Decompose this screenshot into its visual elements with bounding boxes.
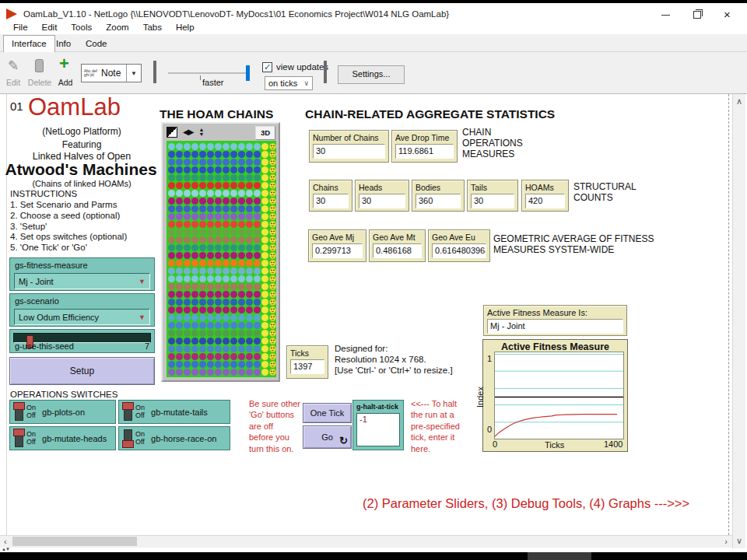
switch-gb-plots-on[interactable]: OnOff gb-plots-on [9,400,116,424]
one-tick-button[interactable]: One Tick [303,403,352,423]
menu-help[interactable]: Help [169,23,202,32]
toggle-track[interactable] [124,429,132,447]
g-halt-at-tick-input[interactable]: g-halt-at-tick -1 [352,400,404,450]
monitor-value: 420 [525,194,565,208]
smiley-face-icon [269,143,276,150]
settings-button[interactable]: Settings... [338,65,405,84]
input-value[interactable]: -1 [356,413,400,446]
3d-button[interactable]: 3D [255,126,275,140]
smiley-face-icon [269,221,276,228]
chooser-value: Mj - Joint [19,277,54,286]
scroll-up-icon[interactable]: ∧ [736,96,742,107]
chevron-down-icon: ▼ [139,278,146,285]
minimize-icon[interactable] [661,15,670,16]
monitor-value: 360 [416,194,461,208]
g-use-this-seed-slider: g-use-this-seed 7 [9,329,155,353]
monitor-value: 30 [313,144,385,159]
world-toolbar: ◀▶ ▲▼ [167,127,204,138]
restore-icon[interactable] [693,11,701,19]
designed-for-note: Designed for: Resolution 1024 x 768. [Us… [335,344,453,376]
go-button[interactable]: Go ↻ [303,425,352,449]
menu-file[interactable]: File [6,23,35,32]
smiley-face-icon [269,338,276,345]
world-view-frame: ◀▶ ▲▼ 3D [161,122,280,382]
toggle-knob[interactable] [122,402,134,410]
monitor-value: 1397 [290,359,324,374]
toggle-track[interactable] [15,429,23,447]
monitor-hoams: HOAMs 420 [521,180,569,212]
update-mode-select[interactable]: on ticks ∨ [265,76,313,90]
toggle-track[interactable] [15,403,23,421]
repeat-icon: ↻ [339,435,348,446]
monitor-value: 0.61648039680 [432,243,486,258]
speed-slider-thumb[interactable] [246,65,250,81]
view-updates-label: view updates [276,62,328,72]
toggle-track[interactable] [124,403,132,421]
toggle-knob[interactable] [13,402,25,410]
edit-pencil-icon[interactable]: ✎ [8,58,19,74]
switch-gb-mutate-heads[interactable]: OnOff gb-mutate-heads [9,426,116,450]
delete-button[interactable]: Delete [26,78,54,87]
netlogo-window: OamLab_V1.10 - NetLogo {\\LENOVODT\Lenov… [0,0,747,560]
scroll-down-icon[interactable]: ∨ [736,536,742,546]
switch-label: gb-plots-on [42,408,85,417]
smiley-face-icon [269,275,276,282]
monitor-geo-ave-mj: Geo Ave Mj 0.299713 [308,229,366,262]
smiley-face-icon [269,322,276,329]
delete-eraser-icon[interactable] [35,59,44,72]
add-plus-icon[interactable]: + [59,57,69,71]
monitor-geo-ave-mt: Geo Ave Mt 0.486168 [369,229,426,262]
monitor-label: Geo Ave Eu [432,233,486,242]
toggle-knob[interactable] [122,440,134,448]
vertical-scrollbar[interactable]: ∧ ∨ [732,94,745,548]
toggle-knob[interactable] [13,429,25,436]
smiley-face-icon [269,229,276,236]
widget-type-select[interactable]: Abc def ghi jkl Note ▼ [81,64,142,82]
view-updates-checkbox[interactable]: ✓ [262,62,272,72]
canvas-edge-dashed [728,94,730,535]
instructions-list: 1. Set Scenario and Parms 2. Choose a se… [10,200,127,254]
splitter-arrows-icon[interactable]: ▲▼ [2,547,9,551]
speed-slider-track[interactable] [168,72,249,74]
smiley-face-icon [269,236,276,243]
monitor-label: Ave Drop Time [395,133,454,142]
monitor-label: Active Fitness Measure Is: [487,308,623,317]
world-canvas[interactable] [167,141,276,377]
window-title: OamLab_V1.10 - NetLogo {\\LENOVODT\Lenov… [23,9,449,19]
chains-subtitle: (Chains of linked HOAMs) [9,179,154,188]
gs-fitness-measure-select[interactable]: Mj - Joint ▼ [14,273,150,289]
switch-gb-mutate-tails[interactable]: OnOff gb-mutate-tails [118,400,230,424]
menu-tabs[interactable]: Tabs [136,23,169,32]
bottom-black-bar [0,552,747,560]
left-right-arrows-icon[interactable]: ◀▶ [183,127,193,138]
monitor-value: 119.6861 [395,144,454,159]
horizontal-scrollbar-thumb[interactable] [12,537,137,546]
tab-info[interactable]: Info [48,36,79,51]
setup-button[interactable]: Setup [9,357,155,385]
menu-edit[interactable]: Edit [35,23,65,32]
gs-scenario-select[interactable]: Low Odum Efficiency ▼ [14,309,150,325]
chevron-down-icon: ∨ [303,79,309,87]
monitor-heads: Heads 30 [355,180,409,212]
tab-code[interactable]: Code [78,36,115,51]
switch-label: gb-mutate-tails [151,408,208,417]
menu-tools[interactable]: Tools [64,23,99,32]
scroll-right-icon[interactable]: › [724,537,728,546]
scroll-left-icon[interactable]: ‹ [4,537,7,546]
edit-button[interactable]: Edit [2,78,25,87]
smiley-face-icon [269,159,276,166]
tab-interface[interactable]: Interface [3,35,55,54]
smiley-face-icon [269,182,276,189]
monitor-bodies: Bodies 360 [412,180,465,212]
up-down-arrows-icon[interactable]: ▲▼ [198,128,204,137]
corner-split-icon[interactable] [167,127,177,138]
plot-svg [495,352,623,439]
smiley-face-icon [269,268,276,275]
smiley-face-icon [269,369,276,376]
monitor-label: Geo Ave Mj [312,233,363,242]
add-button[interactable]: Add [54,78,76,87]
switch-gb-horse-race-on[interactable]: OnOff gb-horse-race-on [118,426,230,450]
monitor-value: 30 [313,194,349,208]
menu-zoom[interactable]: Zoom [99,23,135,32]
title-bar: OamLab_V1.10 - NetLogo {\\LENOVODT\Lenov… [0,3,747,19]
